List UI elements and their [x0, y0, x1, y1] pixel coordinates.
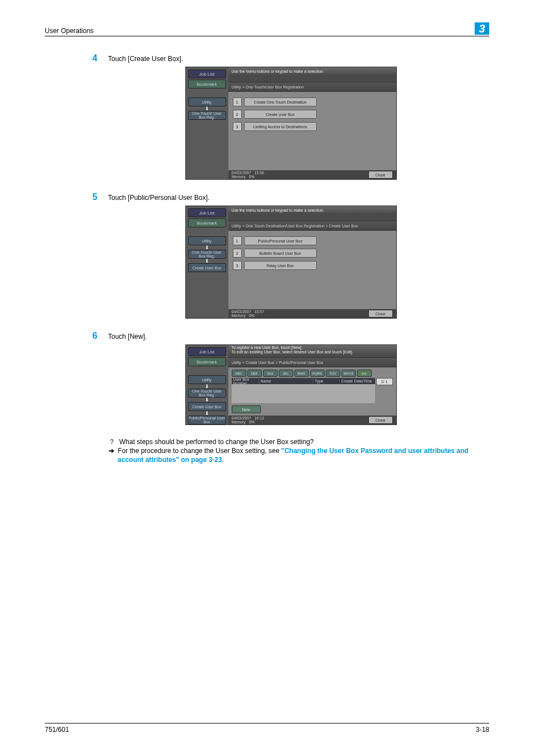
step-text: Touch [New].: [108, 333, 147, 340]
status-time: 15:57: [254, 310, 264, 314]
bookmark-tab[interactable]: Bookmark: [188, 80, 226, 88]
col-type: Type: [313, 379, 340, 383]
footer-model: 751/601: [45, 726, 69, 734]
sidebar-item-utility[interactable]: Utility: [188, 97, 226, 106]
menu-index: 2: [233, 249, 242, 258]
status-date: 04/03/2007: [232, 310, 251, 314]
menu-index: 1: [233, 97, 242, 106]
filter-def[interactable]: DEF: [247, 370, 262, 377]
filter-wxyz[interactable]: WXYZ: [341, 370, 356, 377]
bookmark-tab[interactable]: Bookmark: [188, 218, 226, 227]
user-box-list-area: [232, 384, 375, 403]
instruction-line2: To edit an existing User Box, select des…: [232, 350, 353, 354]
job-list-tab[interactable]: Job List: [188, 69, 226, 78]
filter-etc[interactable]: etc: [357, 370, 372, 377]
breadcrumb-path: Utility > One-Touch/User Box Registratio…: [228, 82, 396, 92]
col-create-date-time: Create Date/Time: [340, 379, 375, 383]
qa-question: What steps should be performed to change…: [119, 437, 314, 446]
bookmark-tab[interactable]: Bookmark: [188, 357, 226, 366]
col-name: Name: [259, 379, 313, 383]
menu-bulletin-board-box[interactable]: Bulletin Board User Box: [244, 249, 317, 258]
sidebar-item-create-user-box[interactable]: Create User Box: [188, 263, 226, 272]
close-button[interactable]: Close: [368, 416, 393, 424]
instruction-line1: To register a new User Box, touch [New].: [232, 346, 303, 350]
status-memory-label: Memory: [232, 175, 246, 179]
screenshot-3: Job List Bookmark Utility ⬇ One-Touch/ U…: [185, 344, 397, 425]
filter-pqrs[interactable]: PQRS: [310, 370, 325, 377]
footer-page: 3-18: [476, 726, 489, 734]
page-header-title: User Operations: [45, 27, 93, 35]
menu-index: 1: [233, 236, 242, 245]
new-button[interactable]: New: [232, 405, 261, 413]
job-list-tab[interactable]: Job List: [188, 208, 226, 217]
qa-answer: For the procedure to change the User Box…: [118, 446, 489, 464]
job-list-tab[interactable]: Job List: [188, 347, 226, 356]
question-icon: ?: [108, 437, 116, 446]
close-button[interactable]: Close: [368, 310, 393, 318]
screenshot-2: Job List Bookmark Utility ⬇ One-Touch/ U…: [185, 206, 397, 319]
close-button[interactable]: Close: [368, 171, 393, 179]
sidebar-item-public-personal[interactable]: Public/Personal User Box: [188, 416, 226, 424]
status-memory-value: 0%: [249, 175, 255, 179]
filter-abc[interactable]: ABC: [232, 370, 246, 377]
step-text: Touch [Public/Personal User Box].: [108, 194, 209, 202]
sidebar-item-utility[interactable]: Utility: [188, 236, 226, 245]
status-memory-label: Memory: [232, 420, 246, 424]
menu-relay-user-box[interactable]: Relay User Box: [244, 261, 317, 270]
sidebar-item-utility[interactable]: Utility: [188, 375, 226, 384]
menu-index: 3: [233, 261, 242, 270]
sidebar-item-one-touch[interactable]: One-Touch/ User Box Reg.: [188, 111, 226, 120]
menu-create-one-touch[interactable]: Create One-Touch Destination: [244, 97, 317, 106]
breadcrumb-path: Utility > One-Touch Destination/User Box…: [228, 221, 396, 231]
chapter-number-badge: 3: [475, 22, 489, 35]
breadcrumb-path: Utility > Create User Box > Public/Perso…: [228, 357, 396, 367]
instruction-bar: Use the menu buttons or keypad to make a…: [228, 206, 396, 214]
status-time: 16:12: [254, 416, 264, 420]
sidebar-item-one-touch[interactable]: One-Touch/ User Box Reg.: [188, 389, 226, 398]
filter-ghi[interactable]: GHI: [263, 370, 278, 377]
menu-limiting-access[interactable]: Limiting Access to Destinations: [244, 122, 317, 131]
status-date: 04/03/2007: [232, 171, 251, 175]
menu-create-user-box[interactable]: Create User Box: [244, 110, 317, 119]
screenshot-1: Job List Bookmark Utility ⬇ One-Touch/ U…: [185, 67, 397, 180]
filter-jkl[interactable]: JKL: [279, 370, 293, 377]
menu-index: 3: [233, 122, 242, 131]
step-text: Touch [Create User Box].: [108, 55, 183, 63]
instruction-bar: Use the menu buttons or keypad to make a…: [228, 67, 396, 75]
status-date: 04/03/2007: [232, 416, 251, 420]
status-memory-value: 0%: [249, 314, 255, 318]
menu-index: 2: [233, 110, 242, 119]
status-time: 15:56: [254, 171, 264, 175]
status-memory-label: Memory: [232, 314, 246, 318]
sidebar-item-create-user-box[interactable]: Create User Box: [188, 402, 226, 411]
step-number: 4: [92, 53, 108, 63]
status-memory-value: 0%: [249, 420, 255, 424]
step-number: 5: [92, 192, 108, 202]
step-number: 6: [92, 331, 108, 341]
filter-mno[interactable]: MNO: [294, 370, 309, 377]
menu-public-personal-box[interactable]: Public/Personal User Box: [244, 236, 317, 245]
sidebar-item-one-touch[interactable]: One-Touch/ User Box Reg.: [188, 250, 226, 259]
page-count: 1/ 1: [376, 378, 393, 385]
filter-tuv[interactable]: TUV: [326, 370, 340, 377]
arrow-right-icon: ➔: [108, 446, 114, 455]
